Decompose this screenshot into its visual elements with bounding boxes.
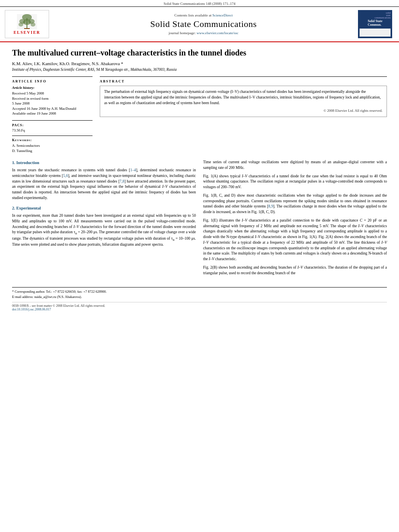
authors-text: K.M. Aliev, I.K. Kamilov, Kh.O. Ibragimo… — [12, 61, 123, 66]
ref-5-6: 5,6 — [63, 174, 68, 178]
journal-title-area: Contents lists available at ScienceDirec… — [53, 13, 354, 35]
elsevier-logo: ELSEVIER — [5, 10, 49, 38]
received-date: Received 5 May 2008 — [12, 91, 93, 96]
ref-8-9: 8,9 — [268, 204, 273, 208]
elsevier-tree-icon — [17, 14, 37, 29]
article-main: The multivalued current–voltage characte… — [0, 42, 399, 283]
cover-top-text: solidstatecommunications — [360, 12, 391, 19]
section1-para1: In recent years the stochastic resonance… — [12, 168, 196, 201]
doi-text[interactable]: doi:10.1016/j.ssc.2008.06.017 — [12, 308, 51, 311]
journal-title: Solid State Communications — [53, 19, 354, 29]
right-para5: Fig. 2(B) shows both ascending and desce… — [203, 265, 387, 276]
article-authors: K.M. Aliev, I.K. Kamilov, Kh.O. Ibragimo… — [12, 61, 387, 66]
abstract-copyright: © 2008 Elsevier Ltd. All rights reserved… — [104, 108, 383, 113]
abstract-label: Abstract — [100, 79, 387, 83]
abstract-box: The perturbation of external high freque… — [100, 86, 387, 117]
shows-text: shows — [219, 174, 229, 178]
cover-body — [360, 29, 391, 37]
article-info-abstract-row: Article Info Article history: Received 5… — [12, 76, 387, 154]
article-info-col: Article Info Article history: Received 5… — [12, 76, 93, 154]
pacs-section: PACS: 73.50.Fq — [12, 120, 93, 132]
keyword-2: D. Tunnelling — [12, 148, 93, 154]
footnotes: * Corresponding author. Tel.: +7 8722 62… — [12, 287, 387, 300]
svg-point-7 — [23, 19, 31, 25]
journal-cover-image: solidstatecommunications Solid StateComm… — [358, 10, 392, 38]
right-para3: Fig. 1(B, C, and D) show most characteri… — [203, 193, 387, 215]
revised-date: 5 June 2008 — [12, 101, 93, 106]
journal-cover: solidstatecommunications Solid StateComm… — [358, 10, 394, 38]
article-affiliation: Institute of Physics, Daghestan Scientif… — [12, 68, 387, 72]
accepted-date: Accepted 16 June 2008 by A.H. MacDonald — [12, 106, 93, 111]
cover-title: Solid StateCommun. — [368, 20, 383, 27]
homepage-link[interactable]: www.elsevier.com/locate/ssc — [197, 31, 239, 35]
pacs-value: 73.50.Fq — [12, 128, 93, 132]
right-para4: Fig. 1(E) illustrates the I–V characteri… — [203, 218, 387, 262]
footnote-star: * Corresponding author. Tel.: +7 8722 62… — [12, 290, 387, 294]
section2-para1: In our experiment, more than 20 tunnel d… — [12, 213, 196, 248]
body-col-left: 1. Introduction In recent years the stoc… — [12, 160, 196, 279]
journal-header: ELSEVIER Contents lists available at Sci… — [0, 7, 399, 42]
history-label: Article history: — [12, 86, 93, 90]
article-info-label: Article Info — [12, 79, 93, 83]
section2-heading: 2. Experimental — [12, 205, 196, 211]
body-col-right: Time series of current and voltage oscil… — [203, 160, 387, 279]
revised-label: Received in revised form — [12, 96, 93, 101]
keywords-label: Keywords: — [12, 138, 93, 142]
sciencedirect-link[interactable]: ScienceDirect — [212, 13, 232, 17]
abstract-col: Abstract The perturbation of external hi… — [100, 76, 387, 154]
ref-7-8: 7,8 — [119, 179, 124, 183]
elsevier-brand-text: ELSEVIER — [14, 30, 41, 35]
journal-homepage: journal homepage: www.elsevier.com/locat… — [53, 31, 354, 35]
contents-line: Contents lists available at ScienceDirec… — [53, 13, 354, 17]
abstract-text: The perturbation of external high freque… — [104, 89, 383, 106]
svg-point-5 — [19, 23, 23, 27]
top-bar: Solid State Communications 148 (2008) 17… — [0, 0, 399, 7]
elsevier-logo-area: ELSEVIER — [5, 10, 49, 38]
doi-bar: 0038-1098/$ – see front matter © 2008 El… — [12, 302, 387, 311]
footnote-email: E-mail address: naida_a@iwt.ru (N.S. Aba… — [12, 295, 387, 300]
article-title: The multivalued current–voltage characte… — [12, 48, 387, 58]
body-text-area: 1. Introduction In recent years the stoc… — [12, 160, 387, 279]
keywords-section: Keywords: A. Semiconductors D. Tunnellin… — [12, 136, 93, 154]
ref-1-4: 1–4 — [130, 168, 136, 172]
available-date: Available online 19 June 2008 — [12, 111, 93, 116]
right-para2: Fig. 1(A) shows typical I–V characterist… — [203, 174, 387, 190]
copyright-text: 0038-1098/$ – see front matter © 2008 El… — [12, 304, 105, 308]
keyword-1: A. Semiconductors — [12, 143, 93, 149]
right-para1: Time series of current and voltage oscil… — [203, 160, 387, 171]
pacs-label: PACS: — [12, 123, 93, 127]
section1-heading: 1. Introduction — [12, 160, 196, 166]
svg-point-6 — [31, 23, 35, 27]
journal-citation: Solid State Communications 148 (2008) 17… — [164, 2, 236, 6]
